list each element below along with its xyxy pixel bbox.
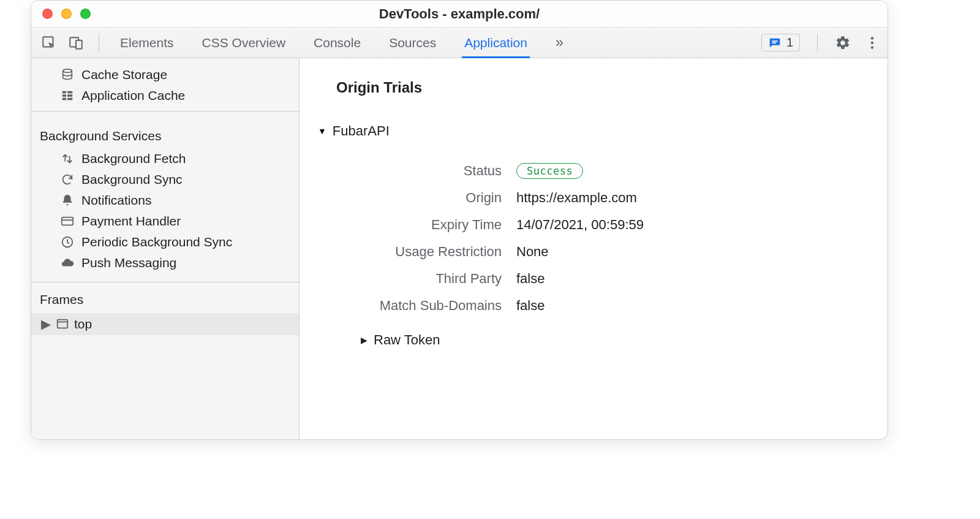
database-icon xyxy=(61,68,74,81)
svg-rect-2 xyxy=(76,40,82,48)
tab-label: Application xyxy=(464,36,527,50)
window-controls xyxy=(42,1,91,27)
devtools-window: DevTools - example.com/ Elements CSS Ove… xyxy=(31,0,888,440)
sidebar-item-label: Cache Storage xyxy=(81,67,167,82)
more-tabs-button[interactable]: » xyxy=(556,28,564,58)
raw-token-label: Raw Token xyxy=(374,332,440,348)
close-window-button[interactable] xyxy=(42,9,53,19)
tab-label: Sources xyxy=(389,36,436,50)
triangle-right-icon: ▶ xyxy=(361,335,368,345)
trial-details: Status Success Origin https://example.co… xyxy=(342,162,888,314)
field-label-third-party: Third Party xyxy=(342,271,502,287)
fullscreen-window-button[interactable] xyxy=(80,9,91,19)
sidebar-item-background-fetch[interactable]: Background Fetch xyxy=(31,148,299,169)
svg-rect-9 xyxy=(62,91,66,94)
field-value-origin: https://example.com xyxy=(516,190,888,206)
kebab-menu-icon[interactable] xyxy=(864,35,880,51)
field-label-origin: Origin xyxy=(342,190,502,206)
svg-rect-15 xyxy=(62,218,73,225)
sidebar-item-label: Periodic Background Sync xyxy=(81,235,232,249)
raw-token-disclosure[interactable]: ▶ Raw Token xyxy=(361,332,888,348)
main-content: Origin Trials ▼ FubarAPI Status Success … xyxy=(300,58,888,439)
section-heading-origin-trials: Origin Trials xyxy=(336,79,888,96)
issues-count: 1 xyxy=(786,36,793,50)
tab-sources[interactable]: Sources xyxy=(389,28,436,58)
triangle-down-icon: ▼ xyxy=(318,126,326,136)
sidebar-item-label: Background Sync xyxy=(81,172,183,187)
svg-rect-18 xyxy=(58,320,68,328)
svg-rect-3 xyxy=(772,40,777,42)
svg-point-7 xyxy=(871,46,873,48)
sidebar-header-frames: Frames xyxy=(31,291,299,313)
svg-rect-11 xyxy=(62,94,66,97)
application-sidebar: Cache Storage Application Cache Backgrou… xyxy=(31,58,300,439)
svg-rect-14 xyxy=(67,98,72,100)
sidebar-item-application-cache[interactable]: Application Cache xyxy=(31,85,299,106)
svg-rect-4 xyxy=(772,42,775,44)
toolbar-separator xyxy=(817,34,818,52)
field-label-status: Status xyxy=(342,163,502,179)
frames-section: Frames ▶ top xyxy=(31,291,299,335)
toolbar-right: 1 xyxy=(761,28,880,58)
clock-icon xyxy=(61,235,74,249)
field-label-usage-restriction: Usage Restriction xyxy=(342,244,502,260)
field-value-status: Success xyxy=(516,162,888,179)
sidebar-item-notifications[interactable]: Notifications xyxy=(31,190,299,211)
sidebar-item-label: Application Cache xyxy=(81,88,185,103)
panel-body: Cache Storage Application Cache Backgrou… xyxy=(31,58,888,439)
svg-point-8 xyxy=(63,69,72,73)
frame-item-top[interactable]: ▶ top xyxy=(31,313,299,335)
field-value-expiry: 14/07/2021, 00:59:59 xyxy=(516,217,888,233)
status-badge-success: Success xyxy=(516,163,583,179)
svg-rect-12 xyxy=(67,94,72,97)
toolbar-left xyxy=(41,28,103,58)
trial-name: FubarAPI xyxy=(333,123,390,139)
tab-console[interactable]: Console xyxy=(314,28,361,58)
device-toggle-icon[interactable] xyxy=(68,35,84,51)
tab-elements[interactable]: Elements xyxy=(120,28,174,58)
issues-button[interactable]: 1 xyxy=(761,34,800,51)
sidebar-item-payment-handler[interactable]: Payment Handler xyxy=(31,211,299,232)
arrows-up-down-icon xyxy=(61,152,74,165)
field-value-third-party: false xyxy=(516,271,888,287)
panel-tabs: Elements CSS Overview Console Sources Ap… xyxy=(120,28,564,58)
frame-label: top xyxy=(74,317,92,331)
titlebar: DevTools - example.com/ xyxy=(31,1,888,28)
main-toolbar: Elements CSS Overview Console Sources Ap… xyxy=(31,28,888,58)
sidebar-item-background-sync[interactable]: Background Sync xyxy=(31,169,299,190)
sidebar-header-background-services: Background Services xyxy=(31,120,299,148)
svg-point-6 xyxy=(871,41,873,44)
chevrons-right-icon: » xyxy=(556,34,564,51)
sidebar-item-cache-storage[interactable]: Cache Storage xyxy=(31,64,299,85)
tab-application[interactable]: Application xyxy=(464,28,527,58)
inspect-element-icon[interactable] xyxy=(41,35,57,51)
bell-icon xyxy=(61,194,74,207)
sidebar-item-label: Payment Handler xyxy=(81,214,181,229)
sidebar-item-push-messaging[interactable]: Push Messaging xyxy=(31,252,299,273)
tab-label: Console xyxy=(314,36,361,50)
minimize-window-button[interactable] xyxy=(61,9,72,19)
tab-label: Elements xyxy=(120,36,174,50)
frame-icon xyxy=(56,317,69,331)
field-value-match-sub-domains: false xyxy=(516,298,888,314)
sidebar-separator xyxy=(31,282,299,282)
gear-icon[interactable] xyxy=(835,35,851,51)
field-value-usage-restriction: None xyxy=(516,244,888,260)
tab-css-overview[interactable]: CSS Overview xyxy=(202,28,286,58)
window-title: DevTools - example.com/ xyxy=(379,6,540,22)
sidebar-item-label: Push Messaging xyxy=(81,256,176,270)
sidebar-separator xyxy=(31,111,299,112)
trial-disclosure[interactable]: ▼ FubarAPI xyxy=(318,123,888,139)
tab-label: CSS Overview xyxy=(202,36,286,50)
sidebar-item-label: Notifications xyxy=(81,193,151,208)
svg-point-5 xyxy=(871,37,873,39)
svg-rect-10 xyxy=(67,91,72,94)
sidebar-item-label: Background Fetch xyxy=(81,151,186,166)
sidebar-item-periodic-background-sync[interactable]: Periodic Background Sync xyxy=(31,232,299,252)
credit-card-icon xyxy=(61,214,74,228)
toolbar-separator xyxy=(99,34,99,52)
svg-rect-13 xyxy=(62,98,66,100)
expand-arrow-icon: ▶ xyxy=(41,317,51,331)
cloud-icon xyxy=(61,256,74,270)
grid-icon xyxy=(61,89,74,102)
